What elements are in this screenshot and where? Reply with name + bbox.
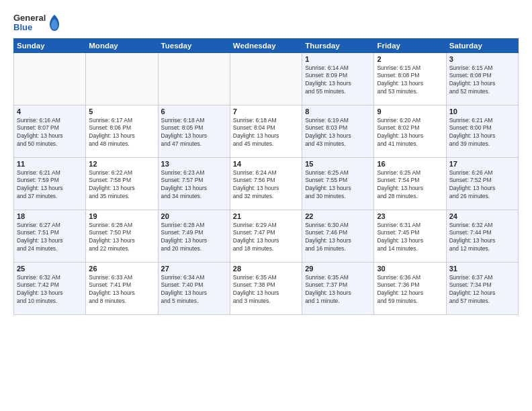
day-cell-8: 8Sunrise: 6:19 AM Sunset: 8:03 PM Daylig… [302,105,374,157]
day-info: Sunrise: 6:32 AM Sunset: 7:44 PM Dayligh… [449,222,515,254]
day-info: Sunrise: 6:36 AM Sunset: 7:36 PM Dayligh… [377,274,443,306]
day-cell-15: 15Sunrise: 6:25 AM Sunset: 7:55 PM Dayli… [302,157,374,210]
day-info: Sunrise: 6:15 AM Sunset: 8:08 PM Dayligh… [377,64,443,97]
day-number: 15 [305,160,371,168]
col-header-thursday: Thursday [302,38,374,52]
day-number: 5 [89,107,154,116]
week-row-5: 25Sunrise: 6:32 AM Sunset: 7:42 PM Dayli… [14,262,519,314]
empty-cell [158,52,230,105]
day-number: 4 [17,107,83,116]
day-number: 11 [17,160,83,168]
day-info: Sunrise: 6:28 AM Sunset: 7:50 PM Dayligh… [89,222,154,254]
day-info: Sunrise: 6:33 AM Sunset: 7:41 PM Dayligh… [89,274,154,306]
day-number: 16 [377,160,443,168]
day-cell-2: 2Sunrise: 6:15 AM Sunset: 8:08 PM Daylig… [374,52,446,105]
header: General Blue [13,11,519,33]
week-row-4: 18Sunrise: 6:27 AM Sunset: 7:51 PM Dayli… [14,210,519,262]
day-info: Sunrise: 6:14 AM Sunset: 8:09 PM Dayligh… [305,64,371,97]
day-cell-24: 24Sunrise: 6:32 AM Sunset: 7:44 PM Dayli… [446,210,518,262]
day-info: Sunrise: 6:22 AM Sunset: 7:58 PM Dayligh… [89,169,154,201]
day-info: Sunrise: 6:21 AM Sunset: 8:00 PM Dayligh… [449,117,515,149]
day-cell-1: 1Sunrise: 6:14 AM Sunset: 8:09 PM Daylig… [302,52,374,105]
day-number: 1 [305,55,371,63]
day-cell-16: 16Sunrise: 6:25 AM Sunset: 7:54 PM Dayli… [374,157,446,210]
day-info: Sunrise: 6:34 AM Sunset: 7:40 PM Dayligh… [161,274,227,306]
day-cell-23: 23Sunrise: 6:31 AM Sunset: 7:45 PM Dayli… [374,210,446,262]
day-info: Sunrise: 6:37 AM Sunset: 7:34 PM Dayligh… [449,274,515,306]
calendar-table: SundayMondayTuesdayWednesdayThursdayFrid… [13,38,519,315]
day-number: 31 [449,265,515,273]
day-number: 30 [377,265,443,273]
day-number: 18 [17,212,83,220]
day-cell-29: 29Sunrise: 6:35 AM Sunset: 7:37 PM Dayli… [302,262,374,314]
day-cell-21: 21Sunrise: 6:29 AM Sunset: 7:47 PM Dayli… [230,210,302,262]
day-cell-17: 17Sunrise: 6:26 AM Sunset: 7:52 PM Dayli… [446,157,518,210]
day-cell-19: 19Sunrise: 6:28 AM Sunset: 7:50 PM Dayli… [86,210,158,262]
day-number: 22 [305,212,371,220]
day-info: Sunrise: 6:16 AM Sunset: 8:07 PM Dayligh… [17,117,83,149]
week-row-3: 11Sunrise: 6:21 AM Sunset: 7:59 PM Dayli… [14,157,519,210]
day-cell-12: 12Sunrise: 6:22 AM Sunset: 7:58 PM Dayli… [86,157,158,210]
day-info: Sunrise: 6:29 AM Sunset: 7:47 PM Dayligh… [233,222,299,254]
day-info: Sunrise: 6:28 AM Sunset: 7:49 PM Dayligh… [161,222,227,254]
day-info: Sunrise: 6:25 AM Sunset: 7:55 PM Dayligh… [305,169,371,201]
day-number: 23 [377,212,443,220]
day-number: 17 [449,160,515,168]
day-cell-28: 28Sunrise: 6:35 AM Sunset: 7:38 PM Dayli… [230,262,302,314]
day-cell-26: 26Sunrise: 6:33 AM Sunset: 7:41 PM Dayli… [86,262,158,314]
day-info: Sunrise: 6:25 AM Sunset: 7:54 PM Dayligh… [377,169,443,201]
day-number: 21 [233,212,299,220]
day-cell-3: 3Sunrise: 6:15 AM Sunset: 8:08 PM Daylig… [446,52,518,105]
logo-line2: Blue [13,23,46,32]
day-info: Sunrise: 6:20 AM Sunset: 8:02 PM Dayligh… [377,117,443,149]
logo-text: General Blue [13,13,62,33]
day-number: 28 [233,265,299,273]
day-cell-30: 30Sunrise: 6:36 AM Sunset: 7:36 PM Dayli… [374,262,446,314]
day-number: 9 [377,107,443,116]
day-cell-22: 22Sunrise: 6:30 AM Sunset: 7:46 PM Dayli… [302,210,374,262]
col-header-tuesday: Tuesday [158,38,230,52]
day-info: Sunrise: 6:23 AM Sunset: 7:57 PM Dayligh… [161,169,227,201]
logo: General Blue [13,13,62,33]
day-info: Sunrise: 6:15 AM Sunset: 8:08 PM Dayligh… [449,64,515,97]
day-info: Sunrise: 6:18 AM Sunset: 8:05 PM Dayligh… [161,117,227,149]
col-header-monday: Monday [86,38,158,52]
day-cell-6: 6Sunrise: 6:18 AM Sunset: 8:05 PM Daylig… [158,105,230,157]
day-info: Sunrise: 6:35 AM Sunset: 7:37 PM Dayligh… [305,274,371,306]
day-number: 13 [161,160,227,168]
day-cell-25: 25Sunrise: 6:32 AM Sunset: 7:42 PM Dayli… [14,262,86,314]
day-number: 14 [233,160,299,168]
col-header-sunday: Sunday [14,38,86,52]
day-number: 20 [161,212,227,220]
day-cell-11: 11Sunrise: 6:21 AM Sunset: 7:59 PM Dayli… [14,157,86,210]
logo-line1: General [13,13,46,23]
day-cell-7: 7Sunrise: 6:18 AM Sunset: 8:04 PM Daylig… [230,105,302,157]
calendar-page: General Blue SundayMondayTuesdayWednesda… [0,0,532,411]
day-cell-27: 27Sunrise: 6:34 AM Sunset: 7:40 PM Dayli… [158,262,230,314]
day-number: 12 [89,160,154,168]
day-number: 8 [305,107,371,116]
day-number: 10 [449,107,515,116]
day-number: 2 [377,55,443,63]
col-header-wednesday: Wednesday [230,38,302,52]
day-cell-5: 5Sunrise: 6:17 AM Sunset: 8:06 PM Daylig… [86,105,158,157]
week-row-1: 1Sunrise: 6:14 AM Sunset: 8:09 PM Daylig… [14,52,519,105]
day-number: 26 [89,265,154,273]
day-number: 7 [233,107,299,116]
logo-icon [47,13,62,32]
day-number: 27 [161,265,227,273]
col-header-friday: Friday [374,38,446,52]
day-info: Sunrise: 6:26 AM Sunset: 7:52 PM Dayligh… [449,169,515,201]
day-info: Sunrise: 6:24 AM Sunset: 7:56 PM Dayligh… [233,169,299,201]
day-number: 24 [449,212,515,220]
day-info: Sunrise: 6:30 AM Sunset: 7:46 PM Dayligh… [305,222,371,254]
day-number: 3 [449,55,515,63]
empty-cell [86,52,158,105]
day-number: 25 [17,265,83,273]
empty-cell [14,52,86,105]
day-cell-10: 10Sunrise: 6:21 AM Sunset: 8:00 PM Dayli… [446,105,518,157]
day-cell-4: 4Sunrise: 6:16 AM Sunset: 8:07 PM Daylig… [14,105,86,157]
day-info: Sunrise: 6:32 AM Sunset: 7:42 PM Dayligh… [17,274,83,306]
day-info: Sunrise: 6:18 AM Sunset: 8:04 PM Dayligh… [233,117,299,149]
empty-cell [230,52,302,105]
